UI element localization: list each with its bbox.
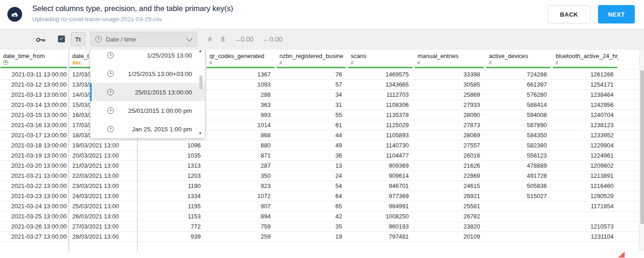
table-cell: 55 (276, 110, 348, 120)
increase-decimal-button[interactable]: →0.00 (234, 35, 254, 43)
table-cell (486, 222, 552, 231)
table-cell: 26/03/2021 13:00 (69, 211, 138, 221)
clock-icon (107, 89, 114, 95)
table-cell: 868 (206, 130, 276, 140)
table-cell: 759 (206, 222, 276, 231)
column-type-indicator: # (418, 60, 486, 66)
vertical-scrollbar-thumb[interactable] (640, 70, 644, 224)
vertical-scrollbar[interactable] (639, 50, 644, 251)
table-cell: 1233952 (552, 130, 619, 140)
table-cell: 1125029 (348, 120, 414, 130)
table-cell: 556123 (486, 151, 552, 160)
upload-wizard-page: Select columns type, precision, and the … (0, 0, 644, 258)
table-cell: 1334 (138, 191, 206, 201)
table-cell: 19 (276, 232, 348, 241)
column-type-select[interactable]: Date / time (90, 32, 197, 47)
scroll-corner-marker (618, 252, 625, 258)
decrease-decimal-button[interactable]: ←0.00 (263, 35, 283, 43)
table-cell: 594008 (486, 110, 552, 120)
back-button[interactable]: BACK (548, 5, 591, 23)
table-cell: 23/03/2021 13:00 (69, 181, 138, 191)
table-cell (552, 211, 619, 221)
column-header-date_time_from[interactable]: date_time_from (0, 50, 69, 69)
table-cell: 25/03/2021 13:00 (69, 201, 138, 211)
table-cell: 1238464 (552, 90, 619, 100)
header-bar: Select columns type, precision, and the … (0, 0, 644, 29)
table-cell: 36 (276, 151, 348, 160)
table-cell: 26782 (414, 211, 486, 221)
column-quality-bar (348, 67, 412, 68)
dropdown-scrollbar-thumb[interactable] (199, 76, 203, 89)
next-button[interactable]: NEXT (598, 5, 635, 23)
table-cell (486, 201, 552, 211)
column-name: active_devices (489, 53, 552, 59)
scroll-down-icon[interactable]: ▼ (198, 131, 202, 135)
table-cell: 287 (206, 161, 276, 170)
table-row: 2021-03-21 13:00:0022/03/2021 13:0012033… (0, 171, 640, 181)
clock-icon (107, 126, 114, 132)
table-cell: 1153 (138, 211, 206, 221)
check-icon: ✓ (59, 35, 64, 42)
table-cell: 1261266 (552, 70, 619, 79)
table-cell: 28069 (414, 130, 486, 140)
column-name: manual_entries (418, 53, 486, 59)
table-cell: 49 (276, 141, 348, 150)
toolbar-checkbox[interactable]: ✓ (58, 35, 65, 42)
column-header-nzbn_registered_busine[interactable]: nzbn_registered_busine# (276, 50, 348, 69)
format-option[interactable]: Jan 25, 2015 1:00 pm (90, 120, 205, 138)
table-cell: 515027 (486, 191, 552, 201)
table-cell: 1014 (206, 120, 276, 130)
currency-type-button[interactable]: $ (221, 35, 225, 43)
table-cell: 35 (276, 222, 348, 231)
table-cell: 24 (276, 171, 348, 181)
column-name: nzbn_registered_busine (279, 53, 348, 59)
table-cell: 1343665 (348, 80, 414, 89)
text-type-button[interactable]: Tt (71, 32, 85, 46)
column-header-manual_entries[interactable]: manual_entries# (414, 50, 486, 69)
column-header-active_devices[interactable]: active_devices# (486, 50, 552, 69)
table-cell: 350 (206, 171, 276, 181)
table-cell: 21626 (414, 161, 486, 170)
table-cell: 1108306 (348, 100, 414, 110)
column-header-bluetooth_active_24_hr_[interactable]: bluetooth_active_24_hr_# (552, 50, 619, 69)
primary-key-icon[interactable] (36, 36, 46, 45)
table-cell: 27873 (414, 120, 486, 130)
table-cell: 576280 (486, 90, 552, 100)
table-cell: 993 (206, 110, 276, 120)
column-name: scans (351, 53, 414, 59)
column-type-indicator: # (489, 60, 552, 66)
selected-column-guide-left (69, 50, 69, 251)
format-dropdown: 1/25/2015 13:001/25/2015 13:00+03:0025/0… (90, 46, 205, 138)
table-cell: 1104477 (348, 151, 414, 160)
column-type-indicator: # (556, 60, 619, 66)
table-row: 2021-03-24 13:00:0025/03/2021 13:0011959… (0, 201, 640, 211)
table-cell: 582380 (486, 141, 552, 150)
table-cell: 28/03/2021 13:00 (69, 232, 138, 241)
table-cell: 1313 (138, 161, 206, 170)
format-option[interactable]: 25/01/2015 13:00:00 (90, 83, 205, 101)
table-row: 2021-03-20 13:00:0021/03/2021 13:0013132… (0, 161, 640, 171)
format-option[interactable]: 1/25/2015 13:00+03:00 (90, 64, 205, 83)
table-cell: 1224961 (552, 151, 619, 160)
table-cell: 505836 (486, 181, 552, 191)
column-quality-bar (207, 67, 274, 68)
column-header-scans[interactable]: scans# (348, 50, 414, 69)
table-cell: 587890 (486, 120, 552, 130)
column-name: bluetooth_active_24_hr_ (556, 53, 619, 59)
table-cell: 2021-03-20 13:00:00 (0, 161, 69, 170)
table-cell: 25869 (414, 90, 486, 100)
table-cell: 984991 (348, 201, 414, 211)
table-cell: 19/03/2021 13:00 (69, 141, 138, 150)
numeric-type-button[interactable]: # (208, 35, 212, 43)
table-cell: 61 (276, 120, 348, 130)
table-cell: 894 (206, 211, 276, 221)
key-glyph (36, 37, 46, 43)
table-cell: 27/03/2021 13:00 (69, 222, 138, 231)
format-option[interactable]: 25/01/2015 1:00:00 pm (90, 101, 205, 120)
table-cell: 65 (276, 201, 348, 211)
table-cell: 946701 (348, 181, 414, 191)
column-header-qr_codes_generated[interactable]: qr_codes_generated# (206, 50, 276, 69)
header-buttons: BACK NEXT (548, 5, 635, 23)
table-row: 2021-03-25 13:00:0026/03/2021 13:0011538… (0, 211, 640, 222)
clock-icon (107, 52, 114, 59)
